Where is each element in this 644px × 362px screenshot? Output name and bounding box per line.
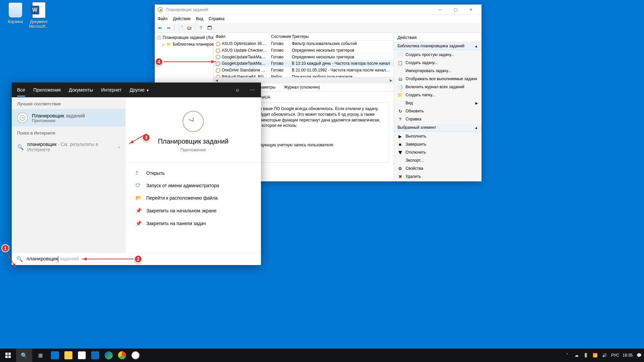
wifi-icon[interactable]: 📶: [592, 353, 598, 358]
back-button[interactable]: ⬅: [156, 24, 164, 32]
action-item[interactable]: ■Завершить: [394, 140, 481, 148]
help-button[interactable]: ?: [197, 24, 205, 32]
action-item[interactable]: ⯆Отключить: [394, 148, 481, 156]
action-item[interactable]: 📋Создать задачу...: [394, 59, 481, 67]
horizontal-scrollbar[interactable]: ◀ ▶: [214, 77, 394, 83]
chevron-down-icon: ▼: [146, 89, 149, 92]
menu-action[interactable]: Действие: [173, 16, 191, 21]
preview-action[interactable]: 📂Перейти к расположению файла: [125, 192, 261, 204]
preview-action[interactable]: ⤴Открыть: [125, 167, 261, 179]
chevron-right-icon[interactable]: ›: [118, 144, 120, 150]
taskbar-app-chrome[interactable]: [115, 349, 129, 362]
tree-library[interactable]: ▷ 📁 Библиотека планировщи: [156, 41, 212, 48]
action-item[interactable]: 📄Создать простую задачу...: [394, 51, 481, 59]
scroll-left-icon[interactable]: ◀: [214, 77, 219, 83]
action-icon: 📑: [397, 84, 403, 90]
preview-action[interactable]: 📌Закрепить на панели задач: [125, 217, 261, 230]
start-button[interactable]: [0, 349, 16, 362]
svg-rect-0: [5, 353, 8, 355]
action-item[interactable]: Импортировать задачу...: [394, 67, 481, 75]
task-icon: [216, 68, 220, 73]
taskbar-app-explorer[interactable]: [48, 349, 62, 362]
onedrive-icon[interactable]: ☁: [574, 353, 580, 358]
col-state[interactable]: Состояние: [269, 33, 290, 40]
language-indicator[interactable]: РУС: [611, 353, 619, 358]
actions-section-selected[interactable]: Выбранный элемент ▲: [394, 124, 481, 132]
action-icon: 🗂: [397, 76, 403, 82]
task-icon: [216, 42, 220, 46]
action-item[interactable]: ⚙Свойства: [394, 164, 481, 172]
col-triggers[interactable]: Триггеры: [290, 33, 394, 40]
best-match-item[interactable]: 🕒 Планировщик заданий Приложение: [12, 109, 125, 126]
action-icon: 📂: [136, 195, 142, 201]
action-item[interactable]: 🗂Отображать все выполняемые задачи: [394, 75, 481, 83]
search-tab-more[interactable]: Другие▼: [129, 83, 149, 97]
task-scheduler-icon: 🕒: [17, 112, 28, 123]
action-item[interactable]: ?Справка: [394, 115, 481, 123]
web-search-item[interactable]: 🔍 планировщик - См. результаты в Интерне…: [12, 138, 125, 156]
action-item[interactable]: 📑Включить журнал всех заданий: [394, 83, 481, 91]
search-input[interactable]: планировщик заданий: [26, 256, 256, 262]
search-button[interactable]: 🔍: [16, 349, 32, 362]
action-icon: ✖: [397, 174, 403, 179]
task-row[interactable]: GoogleUpdateTaskMachine...ГотовоОпределе…: [214, 54, 394, 61]
search-tab-apps[interactable]: Приложения: [33, 83, 61, 97]
desktop-icon-word-doc[interactable]: Документ Microsoft...: [26, 2, 52, 29]
action-item[interactable]: ↻Обновить: [394, 107, 481, 115]
task-row[interactable]: OneDrive Standalone Updat...ГотовоВ 21:0…: [214, 67, 394, 74]
collapse-icon[interactable]: ▲: [475, 126, 478, 130]
menu-file[interactable]: Файл: [158, 16, 168, 21]
menu-view[interactable]: Вид: [196, 16, 203, 21]
actions-header: Действия: [394, 33, 481, 42]
close-button[interactable]: ✕: [463, 5, 479, 15]
tree-root[interactable]: 🕒 Планировщик заданий (Лока: [156, 34, 212, 41]
props-button[interactable]: 🗂: [185, 24, 193, 32]
col-file[interactable]: Файл: [214, 33, 269, 40]
action-item[interactable]: ✖Удалить: [394, 172, 481, 180]
action-icon: 📌: [136, 220, 142, 226]
task-scheduler-icon: [158, 7, 163, 12]
search-tab-web[interactable]: Интернет: [101, 83, 121, 97]
clock[interactable]: 16:35: [623, 353, 633, 358]
battery-icon[interactable]: 🔋: [583, 353, 589, 358]
taskbar-app-store[interactable]: [75, 349, 89, 362]
preview-action[interactable]: 📌Закрепить на начальном экране: [125, 204, 261, 217]
volume-icon[interactable]: 🔊: [602, 353, 608, 358]
actions-section-library[interactable]: Библиотека планировщика заданий ▲: [394, 42, 481, 50]
desktop-icon-recycle-bin[interactable]: Корзина: [3, 2, 28, 24]
tray-expand-icon[interactable]: ˄: [564, 353, 570, 358]
notifications-icon[interactable]: 💬: [636, 353, 642, 358]
task-row[interactable]: GoogleUpdateTaskMachine...ГотовоВ 13:10 …: [214, 60, 394, 67]
taskbar-app-files[interactable]: [62, 349, 75, 362]
up-button[interactable]: 📄: [177, 24, 184, 32]
maximize-button[interactable]: ▢: [448, 5, 463, 15]
taskbar-app-edge[interactable]: [102, 349, 115, 362]
action-icon: [397, 100, 403, 106]
menu-help[interactable]: Справка: [209, 16, 224, 21]
collapse-icon[interactable]: ▲: [475, 44, 478, 48]
search-tab-docs[interactable]: Документы: [69, 83, 93, 97]
task-view-button[interactable]: ⊞: [32, 349, 48, 362]
feedback-icon[interactable]: ☺: [234, 87, 241, 93]
search-category-tabs: Все Приложения Документы Интернет Другие…: [12, 83, 261, 97]
detail-tab[interactable]: Журнал (отключен): [280, 83, 324, 91]
search-tab-all[interactable]: Все: [17, 83, 25, 97]
view-button[interactable]: 🗔: [206, 24, 213, 32]
taskbar-app-mail[interactable]: [89, 349, 102, 362]
action-item[interactable]: Вид▶: [394, 99, 481, 107]
preview-action[interactable]: 🛡Запуск от имени администратора: [125, 179, 261, 192]
scroll-right-icon[interactable]: ▶: [388, 77, 394, 83]
titlebar[interactable]: Планировщик заданий — ▢ ✕: [155, 5, 481, 15]
action-item[interactable]: Экспорт...: [394, 156, 481, 164]
more-options-icon[interactable]: ⋯: [249, 87, 256, 93]
minimize-button[interactable]: —: [432, 5, 448, 15]
taskbar-app-task-scheduler[interactable]: [129, 349, 142, 362]
forward-button[interactable]: ➡: [165, 24, 172, 32]
expand-icon[interactable]: ▷: [162, 43, 165, 46]
search-input-bar[interactable]: 🔍 планировщик заданий: [12, 253, 261, 265]
submenu-arrow-icon: ▶: [475, 101, 478, 105]
task-row[interactable]: ASUS Update Checker 2.0ГотовоОпределено …: [214, 47, 394, 54]
action-item[interactable]: 📁Создать папку...: [394, 91, 481, 99]
task-row[interactable]: ASUS Optimization 36D18D...ГотовоФильтр …: [214, 41, 394, 47]
action-item[interactable]: ▶Выполнить: [394, 132, 481, 140]
